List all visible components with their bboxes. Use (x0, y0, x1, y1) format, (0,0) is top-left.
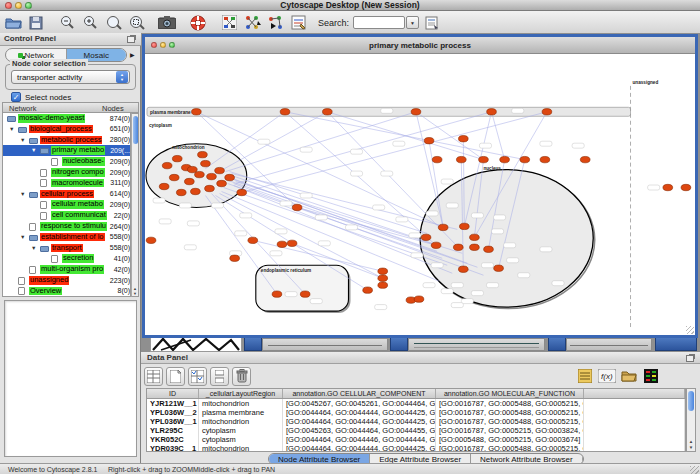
tree-row-primary-metabo[interactable]: ▼primary metabo209(... (3, 145, 131, 156)
zoom-fit-button[interactable] (103, 13, 123, 32)
network-overview-button[interactable] (219, 13, 239, 32)
network-node[interactable] (421, 234, 431, 240)
apply-layout-button[interactable] (242, 13, 262, 32)
network-node[interactable] (453, 244, 463, 250)
network-node[interactable] (248, 237, 258, 243)
network-node[interactable] (438, 224, 448, 230)
network-node[interactable] (225, 174, 235, 180)
close-view-icon[interactable] (151, 42, 157, 48)
network-node[interactable] (169, 174, 179, 180)
expand-arrow-icon[interactable]: ▼ (20, 137, 25, 143)
expand-arrow-icon[interactable]: ▼ (20, 234, 25, 240)
background-window-fragment[interactable] (408, 338, 545, 351)
network-window-titlebar[interactable]: primary metabolic process (145, 37, 695, 54)
network-node[interactable] (176, 189, 186, 195)
zoom-out-button[interactable] (57, 13, 77, 32)
tree-row-mosaic-demo-yeast[interactable]: mosaic-demo-yeast874(0) (3, 113, 131, 124)
unselect-all-attributes-button[interactable] (210, 367, 229, 386)
network-node[interactable] (198, 151, 208, 157)
function-builder-button[interactable]: f(x) (597, 367, 616, 386)
network-node[interactable] (487, 109, 497, 115)
network-node[interactable] (192, 109, 202, 115)
background-window-fragment[interactable] (566, 338, 652, 351)
tab-overflow-arrow[interactable]: ▶ (130, 51, 135, 58)
birdseye-view-panel[interactable] (4, 300, 137, 457)
network-node[interactable] (188, 166, 198, 172)
network-node[interactable] (459, 223, 469, 229)
table-scrollbar[interactable]: ▲▼ (686, 388, 696, 452)
network-node[interactable] (458, 136, 468, 142)
network-node[interactable] (172, 155, 182, 161)
select-all-attributes-button[interactable] (188, 367, 207, 386)
network-node[interactable] (205, 185, 215, 191)
network-node[interactable] (500, 156, 510, 162)
background-window-fragment[interactable] (390, 337, 408, 351)
zoom-window-icon[interactable] (25, 2, 32, 9)
zoom-in-button[interactable] (80, 13, 100, 32)
network-node[interactable] (201, 160, 211, 166)
tree-scroll-arrows[interactable]: ▲▼ (132, 286, 138, 296)
table-row[interactable]: YDR039C__1mitochondrion[GO:0044464, GO:0… (147, 444, 685, 452)
tree-column-nodes[interactable]: Nodes (102, 104, 124, 113)
network-node[interactable] (431, 242, 441, 248)
network-node[interactable] (424, 138, 434, 144)
network-node[interactable] (494, 265, 504, 271)
column-header[interactable] (584, 389, 685, 398)
save-session-button[interactable] (26, 13, 46, 32)
node-color-dropdown[interactable]: transporter activity ▲▼ (11, 70, 130, 84)
column-header[interactable]: annotation.GO CELLULAR_COMPONENT (283, 389, 436, 398)
network-node[interactable] (378, 275, 388, 281)
network-canvas[interactable]: plasma membranecytoplasmmitochondrionnuc… (145, 54, 695, 335)
background-window-fragment[interactable] (548, 337, 566, 351)
background-window-fragment[interactable] (262, 338, 388, 351)
column-header[interactable]: ID (147, 389, 199, 398)
table-row[interactable]: YKR052Ccytoplasm[GO:0044464, GO:0044446,… (147, 435, 685, 444)
network-node[interactable] (414, 296, 424, 302)
delete-attribute-trash-button[interactable] (232, 367, 251, 386)
heatmap-button[interactable] (641, 367, 660, 386)
expand-arrow-icon[interactable]: ▼ (20, 191, 25, 197)
network-node[interactable] (195, 171, 205, 177)
network-node[interactable] (470, 244, 480, 250)
minimize-view-icon[interactable] (160, 42, 166, 48)
tree-row-nitrogen-compo[interactable]: nitrogen compo209(0) (3, 167, 131, 178)
table-scrollbar-thumb[interactable] (688, 391, 694, 411)
search-config-button[interactable] (422, 13, 442, 32)
network-node[interactable] (184, 178, 194, 184)
expand-arrow-icon[interactable]: ▼ (31, 245, 36, 251)
network-node[interactable] (520, 156, 530, 162)
table-row[interactable]: YLR295Ccytoplasm[GO:0045263, GO:0044464,… (147, 426, 685, 435)
import-attributes-folder-button[interactable] (619, 367, 638, 386)
tree-row-cell-communicat[interactable]: cell communicat22(0) (3, 210, 131, 221)
network-node[interactable] (191, 188, 201, 194)
close-window-icon[interactable] (5, 2, 12, 9)
search-input[interactable] (353, 16, 405, 29)
tree-row-overview[interactable]: Overview8(0) (3, 286, 131, 297)
open-session-button[interactable] (3, 13, 23, 32)
expand-arrow-icon[interactable]: ▼ (9, 126, 14, 132)
network-node[interactable] (378, 268, 388, 274)
tree-scrollbar[interactable]: ▲▼ (131, 113, 139, 297)
tree-row-nucleobase-[interactable]: nucleobase-209(0) (3, 156, 131, 167)
select-nodes-checkbox[interactable]: ✓ (11, 92, 21, 102)
tree-row-cellular-metabo[interactable]: cellular metabo209(0) (3, 199, 131, 210)
vizmapper-button[interactable] (288, 13, 308, 32)
network-node[interactable] (580, 156, 590, 162)
network-node[interactable] (411, 109, 421, 115)
background-window-fragment[interactable] (244, 337, 262, 351)
network-node[interactable] (217, 180, 227, 186)
tree-row-biological-process[interactable]: ▼biological_process651(0) (3, 124, 131, 135)
network-node[interactable] (287, 240, 297, 246)
select-attributes-button[interactable] (144, 367, 163, 386)
window-resize-grip[interactable] (686, 326, 694, 334)
network-node[interactable] (322, 109, 332, 115)
new-attribute-button[interactable] (166, 367, 185, 386)
compartment-nucleus[interactable] (420, 170, 593, 308)
network-node[interactable] (300, 291, 310, 297)
attribute-list-button[interactable] (575, 367, 594, 386)
table-row[interactable]: YPL036W__2plasma membrane[GO:0044464, GO… (147, 408, 685, 417)
float-data-panel-icon[interactable] (686, 355, 694, 362)
network-node[interactable] (159, 183, 169, 189)
network-node[interactable] (681, 184, 691, 190)
table-row[interactable]: YJR121W__1mitochondrion[GO:0045267, GO:0… (147, 399, 685, 408)
